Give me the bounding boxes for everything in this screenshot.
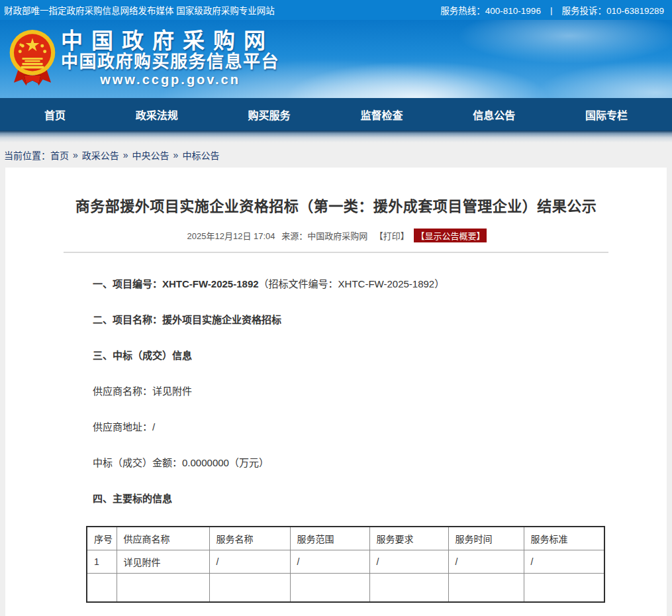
breadcrumb-central[interactable]: 中央公告 — [132, 148, 169, 162]
nav-item-home[interactable]: 首页 — [38, 104, 72, 125]
content-panel: 商务部援外项目实施企业资格招标（第一类：援外成套项目管理企业）结果公示 2025… — [5, 168, 667, 616]
paragraph-project-number: 一、项目编号：XHTC-FW-2025-1892（招标文件编号：XHTC-FW-… — [93, 277, 607, 291]
breadcrumb-separator: » — [173, 150, 179, 160]
article-body: 一、项目编号：XHTC-FW-2025-1892（招标文件编号：XHTC-FW-… — [5, 253, 667, 603]
nav-item-announcements[interactable]: 信息公告 — [466, 104, 522, 125]
national-emblem-icon — [7, 28, 58, 89]
breadcrumb-zhengcai[interactable]: 政采公告 — [82, 148, 119, 162]
nav-item-regulations[interactable]: 政采法规 — [129, 104, 185, 125]
paragraph-regular-text: 供应商名称：详见附件 — [93, 385, 192, 397]
col-header-service-name: 服务名称 — [209, 527, 290, 550]
paragraph-project-name: 二、项目名称：援外项目实施企业资格招标 — [93, 313, 607, 327]
site-title-block: 中国政府采购网 中国政府购买服务信息平台 www.ccgp.gov.cn — [61, 30, 279, 87]
paragraph-main-subject-heading: 四、主要标的信息 — [93, 491, 607, 505]
col-header-index: 序号 — [87, 527, 117, 550]
site-url: www.ccgp.gov.cn — [61, 72, 279, 87]
cell-empty — [209, 574, 290, 602]
col-header-service-requirement: 服务要求 — [369, 527, 448, 550]
paragraph-regular-text: （招标文件编号：XHTC-FW-2025-1892） — [259, 278, 445, 289]
paragraph-supplier-name: 供应商名称：详见附件 — [93, 384, 607, 398]
cell-service-requirement: / — [369, 550, 448, 574]
article-title: 商务部援外项目实施企业资格招标（第一类：援外成套项目管理企业）结果公示 — [5, 168, 667, 215]
article-source: 来源：中国政府采购网 — [281, 231, 367, 241]
col-header-service-scope: 服务范围 — [290, 527, 369, 550]
main-nav: 首页 政采法规 购买服务 监督检查 信息公告 国际专栏 — [0, 98, 672, 130]
cell-service-scope: / — [290, 550, 369, 574]
col-header-service-time: 服务时间 — [448, 527, 524, 550]
cell-supplier: 详见附件 — [117, 550, 209, 574]
cell-empty — [448, 574, 524, 602]
subject-info-table: 序号 供应商名称 服务名称 服务范围 服务要求 服务时间 服务标准 1 详见附件… — [86, 526, 605, 603]
cell-service-standard: / — [524, 550, 604, 574]
topbar-contacts: 服务热线：400-810-1996 | 服务投诉：010-63819289 — [440, 3, 664, 17]
paragraph-bold-text: 二、项目名称：援外项目实施企业资格招标 — [93, 314, 281, 325]
nav-gradient-strip — [0, 130, 672, 142]
breadcrumb: 当前位置： 首页 » 政采公告 » 中央公告 » 中标公告 — [0, 142, 672, 168]
paragraph-supplier-address: 供应商地址：/ — [93, 420, 607, 434]
breadcrumb-prefix: 当前位置： — [4, 148, 50, 162]
breadcrumb-separator: » — [123, 150, 128, 160]
table-header-row: 序号 供应商名称 服务名称 服务范围 服务要求 服务时间 服务标准 — [87, 527, 604, 550]
site-subtitle: 中国政府购买服务信息平台 — [61, 52, 279, 72]
article-meta: 2025年12月12日 17:04 来源：中国政府采购网 【打印】 【显示公告概… — [5, 229, 667, 242]
site-name: 中国政府采购网 — [61, 30, 279, 52]
show-summary-button[interactable]: 【显示公告概要】 — [414, 229, 487, 242]
cell-empty — [87, 574, 117, 602]
breadcrumb-separator: » — [73, 150, 78, 160]
cell-empty — [369, 574, 448, 602]
cell-service-name: / — [209, 550, 290, 574]
paragraph-bold-text: 四、主要标的信息 — [93, 493, 172, 504]
paragraph-regular-text: 供应商地址：/ — [93, 421, 155, 433]
cell-empty — [524, 574, 604, 602]
site-logo[interactable]: 中国政府采购网 中国政府购买服务信息平台 www.ccgp.gov.cn — [7, 28, 279, 89]
service-hotline: 服务热线：400-810-1996 — [440, 3, 541, 17]
col-header-service-standard: 服务标准 — [524, 527, 604, 550]
nav-item-supervision[interactable]: 监督检查 — [354, 104, 409, 125]
publish-datetime: 2025年12月12日 17:04 — [187, 231, 275, 241]
cell-empty — [290, 574, 369, 602]
site-banner: 中国政府采购网 中国政府购买服务信息平台 www.ccgp.gov.cn — [0, 20, 672, 98]
cell-empty — [117, 574, 209, 602]
nav-item-purchase-services[interactable]: 购买服务 — [242, 104, 297, 125]
breadcrumb-award[interactable]: 中标公告 — [182, 148, 219, 162]
table-row-empty — [87, 574, 604, 602]
col-header-supplier: 供应商名称 — [117, 527, 209, 550]
service-complaint: 服务投诉：010-63819289 — [561, 3, 664, 17]
paragraph-award-info-heading: 三、中标（成交）信息 — [93, 348, 607, 362]
print-button[interactable]: 【打印】 — [375, 231, 409, 241]
paragraph-regular-text: 中标（成交）金额：0.0000000（万元） — [93, 457, 269, 468]
top-utility-bar: 财政部唯一指定政府采购信息网络发布媒体 国家级政府采购专业网站 服务热线：400… — [0, 0, 672, 20]
topbar-separator: | — [550, 5, 553, 15]
site-slogan: 财政部唯一指定政府采购信息网络发布媒体 国家级政府采购专业网站 — [4, 3, 275, 17]
table-row: 1 详见附件 / / / / / — [87, 550, 604, 574]
paragraph-award-amount: 中标（成交）金额：0.0000000（万元） — [93, 456, 607, 470]
breadcrumb-home[interactable]: 首页 — [50, 148, 69, 162]
cell-index: 1 — [87, 550, 117, 574]
paragraph-bold-text: 三、中标（成交）信息 — [93, 350, 192, 361]
nav-item-international[interactable]: 国际专栏 — [579, 104, 634, 125]
cell-service-time: / — [448, 550, 524, 574]
paragraph-bold-text: 一、项目编号：XHTC-FW-2025-1892 — [93, 278, 259, 289]
